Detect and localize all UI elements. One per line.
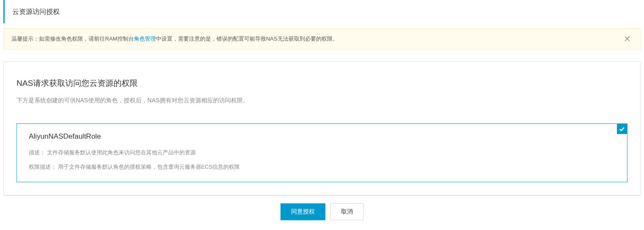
page-header: 云资源访问授权 (3, 0, 644, 23)
notice-suffix: 中设置，需要注意的是，错误的配置可能导致NAS无法获取到必要的权限。 (156, 36, 338, 42)
main-subtext: 下方是系统创建的可供NAS使用的角色，授权后，NAS拥有对您云资源相应的访问权限… (17, 96, 627, 105)
notice-prefix: 温馨提示：如需修改角色权限，请前往RAM控制台 (11, 36, 134, 42)
close-icon[interactable]: ✕ (622, 35, 633, 43)
notice-text: 温馨提示：如需修改角色权限，请前往RAM控制台角色管理中设置，需要注意的是，错误… (11, 35, 338, 43)
role-perm-value: 用于文件存储服务默认角色的授权策略，包含查询云服务器ECS信息的权限 (58, 164, 240, 170)
role-desc-label: 描述： (29, 149, 45, 156)
role-permission-row: 权限描述： 用于文件存储服务默认角色的授权策略，包含查询云服务器ECS信息的权限 (29, 162, 615, 172)
page-title: 云资源访问授权 (9, 8, 640, 16)
role-management-link[interactable]: 角色管理 (134, 36, 156, 42)
role-desc-value: 文件存储服务默认使用此角色来访问您在其他云产品中的资源 (47, 149, 196, 156)
footer-bar: 同意授权 取消 (3, 195, 641, 228)
confirm-button[interactable]: 同意授权 (280, 203, 325, 220)
checkmark-icon (617, 124, 627, 134)
role-description-row: 描述： 文件存储服务默认使用此角色来访问您在其他云产品中的资源 (29, 148, 615, 157)
main-panel: NAS请求获取访问您云资源的权限 下方是系统创建的可供NAS使用的角色，授权后，… (3, 61, 641, 195)
notice-bar: 温馨提示：如需修改角色权限，请前往RAM控制台角色管理中设置，需要注意的是，错误… (3, 28, 641, 49)
role-perm-label: 权限描述： (29, 164, 56, 170)
main-heading: NAS请求获取访问您云资源的权限 (17, 78, 627, 89)
role-card[interactable]: AliyunNASDefaultRole 描述： 文件存储服务默认使用此角色来访… (17, 123, 627, 182)
cancel-button[interactable]: 取消 (330, 203, 364, 220)
role-name: AliyunNASDefaultRole (29, 132, 615, 141)
